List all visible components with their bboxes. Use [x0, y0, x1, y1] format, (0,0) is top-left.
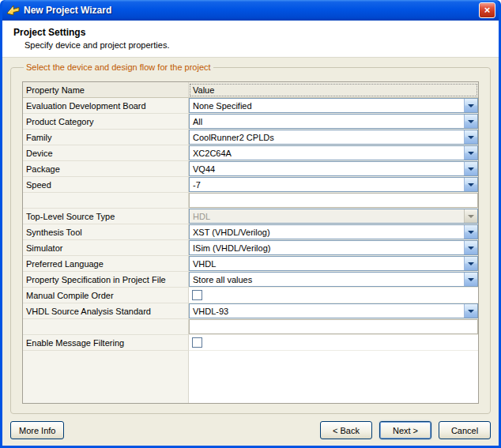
page-subtitle: Specify device and project properties.	[13, 40, 488, 50]
nav-buttons: < Back Next > Cancel	[320, 421, 491, 439]
combo-speed[interactable]: -7	[189, 177, 478, 192]
property-name-evaluation-development-board: Evaluation Development Board	[23, 98, 189, 114]
arrow-down-glyph	[468, 168, 474, 171]
property-name-empty	[23, 193, 189, 209]
arrow-down-glyph	[468, 262, 474, 265]
table-row: Top-Level Source TypeHDL	[23, 209, 478, 224]
arrow-down-glyph	[468, 278, 474, 281]
property-name-simulator: Simulator	[23, 240, 189, 256]
property-value-cell: HDL	[189, 209, 478, 224]
table-row: Property Specification in Project FileSt…	[23, 272, 478, 288]
table-header-row: Property Name Value	[23, 82, 478, 98]
arrow-down-glyph	[468, 247, 474, 250]
window-title: New Project Wizard	[24, 5, 479, 16]
property-name-enable-message-filtering: Enable Message Filtering	[23, 335, 189, 351]
chevron-down-icon[interactable]	[464, 304, 477, 318]
property-value-cell: XST (VHDL/Verilog)	[189, 224, 478, 240]
combo-selected-value: VHDL	[190, 259, 464, 269]
property-name-synthesis-tool: Synthesis Tool	[23, 224, 189, 240]
property-value-cell: None Specified	[189, 98, 478, 114]
combo-vhdl-source-analysis-standard[interactable]: VHDL-93	[189, 303, 478, 318]
more-info-button[interactable]: More Info	[10, 421, 64, 439]
combo-family[interactable]: CoolRunner2 CPLDs	[189, 130, 478, 145]
table-row: Preferred LanguageVHDL	[23, 256, 478, 272]
property-value-cell: Store all values	[189, 272, 478, 288]
property-value-cell	[189, 335, 478, 351]
groupbox-label: Select the device and design flow for th…	[24, 62, 213, 72]
arrow-down-glyph	[468, 152, 474, 155]
chevron-down-icon[interactable]	[464, 146, 477, 160]
chevron-down-icon[interactable]	[464, 99, 477, 112]
property-name-empty	[23, 319, 189, 335]
property-value-cell	[189, 193, 478, 209]
table-row: Synthesis ToolXST (VHDL/Verilog)	[23, 224, 478, 240]
combo-selected-value: None Specified	[190, 101, 464, 111]
wizard-header: Project Settings Specify device and proj…	[2, 21, 499, 58]
chevron-down-icon[interactable]	[464, 130, 477, 144]
property-value-cell: CoolRunner2 CPLDs	[189, 130, 478, 145]
chevron-down-icon[interactable]	[464, 257, 477, 270]
arrow-down-glyph	[468, 231, 474, 234]
property-name-package: Package	[23, 161, 189, 177]
chevron-down-icon[interactable]	[464, 225, 477, 239]
device-groupbox: Select the device and design flow for th…	[10, 62, 491, 414]
combo-selected-value: Store all values	[190, 275, 464, 284]
property-value-cell	[189, 319, 478, 335]
table-row: DeviceXC2C64A	[23, 145, 478, 161]
back-button[interactable]: < Back	[320, 421, 372, 439]
combo-synthesis-tool[interactable]: XST (VHDL/Verilog)	[189, 224, 478, 239]
combo-device[interactable]: XC2C64A	[189, 145, 478, 160]
combo-preferred-language[interactable]: VHDL	[189, 256, 478, 271]
property-name-product-category: Product Category	[23, 114, 189, 130]
combo-selected-value: XST (VHDL/Verilog)	[190, 228, 464, 237]
column-header-property-name: Property Name	[23, 82, 189, 98]
arrow-down-glyph	[468, 215, 474, 218]
new-project-wizard-window: New Project Wizard × Project Settings Sp…	[0, 0, 501, 448]
table-row: VHDL Source Analysis StandardVHDL-93	[23, 303, 478, 319]
combo-property-specification-in-project-file[interactable]: Store all values	[189, 272, 478, 287]
cancel-button[interactable]: Cancel	[439, 421, 491, 439]
table-row: Evaluation Development BoardNone Specifi…	[23, 98, 478, 114]
arrow-down-glyph	[468, 183, 474, 186]
chevron-down-icon[interactable]	[464, 178, 477, 191]
button-row: More Info < Back Next > Cancel	[10, 414, 491, 439]
titlebar: New Project Wizard ×	[2, 0, 499, 21]
combo-selected-value: XC2C64A	[190, 149, 464, 158]
combo-selected-value: VQ44	[190, 164, 464, 174]
property-name-preferred-language: Preferred Language	[23, 256, 189, 272]
chevron-down-icon[interactable]	[464, 162, 477, 175]
checkbox-enable-message-filtering[interactable]	[192, 337, 202, 348]
property-name-family: Family	[23, 130, 189, 145]
combo-product-category[interactable]: All	[189, 114, 478, 129]
table-row: FamilyCoolRunner2 CPLDs	[23, 130, 478, 145]
property-value-cell: VHDL	[189, 256, 478, 272]
table-row: Product CategoryAll	[23, 114, 478, 130]
table-filler-row	[23, 351, 478, 403]
next-button[interactable]: Next >	[379, 421, 431, 439]
chevron-down-icon[interactable]	[464, 209, 477, 223]
combo-package[interactable]: VQ44	[189, 161, 478, 176]
combo-simulator[interactable]: ISim (VHDL/Verilog)	[189, 240, 478, 255]
table-row: SimulatorISim (VHDL/Verilog)	[23, 240, 478, 256]
table-row	[23, 193, 478, 209]
combo-selected-value: ISim (VHDL/Verilog)	[190, 243, 464, 253]
property-name-property-specification-in-project-file: Property Specification in Project File	[23, 272, 189, 288]
combo-selected-value: VHDL-93	[190, 307, 464, 316]
column-header-value: Value	[189, 82, 478, 98]
chevron-down-icon[interactable]	[464, 115, 477, 128]
combo-selected-value: HDL	[190, 212, 464, 221]
chevron-down-icon[interactable]	[464, 273, 477, 286]
property-name-device: Device	[23, 145, 189, 161]
arrow-down-glyph	[468, 310, 474, 313]
wizard-icon	[6, 4, 20, 17]
property-name-vhdl-source-analysis-standard: VHDL Source Analysis Standard	[23, 303, 189, 319]
checkbox-manual-compile-order[interactable]	[192, 290, 202, 300]
chevron-down-icon[interactable]	[464, 241, 477, 254]
property-value-cell: XC2C64A	[189, 145, 478, 161]
property-name-speed: Speed	[23, 177, 189, 193]
table-row	[23, 319, 478, 335]
table-row: Speed-7	[23, 177, 478, 193]
table-row: Manual Compile Order	[23, 288, 478, 303]
combo-evaluation-development-board[interactable]: None Specified	[189, 98, 478, 113]
close-button[interactable]: ×	[479, 2, 495, 18]
